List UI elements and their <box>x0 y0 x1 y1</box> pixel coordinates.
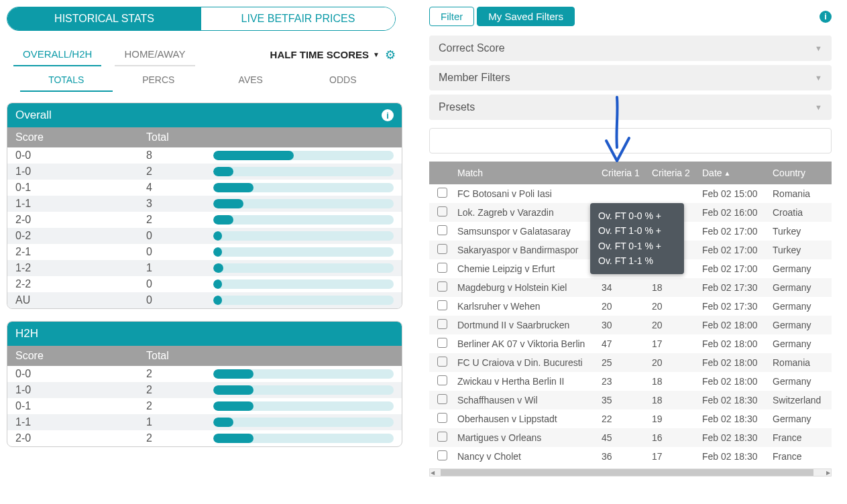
score-label: 2-0 <box>15 432 146 444</box>
accordion-member-filters[interactable]: Member Filters▼ <box>429 65 832 90</box>
score-bar-fill <box>213 385 253 395</box>
cell-date: Feb 02 18:00 <box>699 336 770 351</box>
score-bar-fill <box>213 418 233 427</box>
cell-country: Germany <box>770 318 826 332</box>
cell-match: Berliner AK 07 v Viktoria Berlin <box>455 336 599 351</box>
tab-half-time-scores[interactable]: HALF TIME SCORES ▼ <box>270 49 380 60</box>
cell-criteria1: 35 <box>599 393 649 407</box>
cell-criteria1: 20 <box>599 299 649 314</box>
scroll-right-icon[interactable]: ▶ <box>826 470 831 476</box>
score-label: 1-1 <box>15 416 146 428</box>
score-bar-track <box>213 263 394 273</box>
row-checkbox[interactable] <box>437 281 447 292</box>
tab-overall-h2h[interactable]: OVERALL/H2H <box>13 43 101 66</box>
row-checkbox[interactable] <box>437 225 447 235</box>
score-bar-fill <box>213 369 253 379</box>
score-row: 2-20 <box>7 276 402 292</box>
accordion-presets[interactable]: Presets▼ <box>429 94 832 120</box>
horizontal-scrollbar[interactable]: ◀ ▶ <box>429 468 832 477</box>
score-total: 0 <box>146 246 213 258</box>
criteria-tooltip: Ov. FT 0-0 % +Ov. FT 1-0 % +Ov. FT 0-1 %… <box>590 203 684 274</box>
cell-match: Magdeburg v Holstein Kiel <box>455 280 599 295</box>
cell-country: France <box>770 449 826 464</box>
cell-criteria1: 34 <box>599 280 649 295</box>
row-checkbox[interactable] <box>437 357 447 367</box>
cell-date: Feb 02 15:00 <box>699 186 770 201</box>
historical-stats-tab[interactable]: HISTORICAL STATS <box>7 7 201 30</box>
cell-country: Germany <box>770 336 826 351</box>
col-date[interactable]: Date ▲ <box>699 166 770 180</box>
score-row: 1-02 <box>7 382 402 398</box>
cell-match: Chemie Leipzig v Erfurt <box>455 261 599 276</box>
table-row: Karlsruher v Wehen2020Feb 02 17:30German… <box>429 297 832 316</box>
score-row: 0-20 <box>7 228 402 244</box>
score-label: 0-1 <box>15 400 146 412</box>
col-match[interactable]: Match <box>455 166 599 180</box>
tab-home-away[interactable]: HOME/AWAY <box>115 43 194 66</box>
score-label: 1-0 <box>15 166 146 178</box>
saved-filters-button[interactable]: My Saved Filters <box>477 7 575 26</box>
score-row: 2-02 <box>7 212 402 228</box>
score-bar-track <box>213 279 394 289</box>
scroll-left-icon[interactable]: ◀ <box>430 470 435 476</box>
filter-button[interactable]: Filter <box>429 7 474 26</box>
tab-totals[interactable]: TOTALS <box>20 69 113 92</box>
score-bar-track <box>213 231 394 241</box>
row-checkbox[interactable] <box>437 244 447 254</box>
score-label: 2-0 <box>15 214 146 226</box>
tooltip-line: Ov. FT 0-1 % + <box>598 239 676 253</box>
score-row: AU0 <box>7 292 402 308</box>
metric-tabs: TOTALS PERCS AVES ODDS <box>7 69 402 92</box>
cell-criteria1: 36 <box>599 449 649 464</box>
h2h-title: H2H <box>15 327 38 340</box>
tab-odds[interactable]: ODDS <box>297 69 390 92</box>
info-icon[interactable]: i <box>382 109 394 121</box>
gear-icon[interactable]: ⚙ <box>385 48 396 62</box>
cell-criteria2: 16 <box>649 430 699 445</box>
scrollbar-thumb[interactable] <box>441 469 813 476</box>
score-total: 0 <box>146 294 213 306</box>
score-bar-track <box>213 183 394 192</box>
score-row: 1-11 <box>7 414 402 430</box>
col-criteria2[interactable]: Criteria 2 <box>649 166 699 180</box>
filter-text-input[interactable] <box>429 128 832 153</box>
score-row: 1-21 <box>7 260 402 276</box>
table-row: Nancy v Cholet3617Feb 02 18:30France <box>429 447 832 466</box>
row-checkbox[interactable] <box>437 394 447 404</box>
cell-country: Germany <box>770 374 826 389</box>
cell-criteria2: 20 <box>649 318 699 332</box>
score-bar-fill <box>213 279 222 289</box>
tab-aves[interactable]: AVES <box>205 69 297 92</box>
score-row: 1-13 <box>7 196 402 212</box>
row-checkbox[interactable] <box>437 319 447 329</box>
row-checkbox[interactable] <box>437 188 447 198</box>
row-checkbox[interactable] <box>437 432 447 442</box>
score-label: 0-1 <box>15 182 146 194</box>
score-bar-fill <box>213 434 253 443</box>
cell-match: Schaffhausen v Wil <box>455 393 599 407</box>
row-checkbox[interactable] <box>437 300 447 310</box>
category-tabs: OVERALL/H2H HOME/AWAY HALF TIME SCORES ▼… <box>7 43 402 66</box>
score-label: 1-0 <box>15 384 146 396</box>
col-criteria1[interactable]: Criteria 1 <box>599 166 649 180</box>
cell-date: Feb 02 18:00 <box>699 318 770 332</box>
live-betfair-prices-tab[interactable]: LIVE BETFAIR PRICES <box>201 7 395 30</box>
score-bar-track <box>213 418 394 427</box>
cell-match: Samsunspor v Galatasaray <box>455 224 599 239</box>
table-row: FC U Craiova v Din. Bucuresti2520Feb 02 … <box>429 353 832 372</box>
row-checkbox[interactable] <box>437 450 447 460</box>
row-checkbox[interactable] <box>437 413 447 423</box>
score-bar-track <box>213 151 394 160</box>
info-icon[interactable]: i <box>820 11 832 23</box>
row-checkbox[interactable] <box>437 263 447 273</box>
col-score: Score <box>15 131 146 143</box>
accordion-correct-score[interactable]: Correct Score▼ <box>429 36 832 61</box>
row-checkbox[interactable] <box>437 338 447 348</box>
row-checkbox[interactable] <box>437 375 447 385</box>
date-label: Date <box>702 168 722 178</box>
cell-match: Lok. Zagreb v Varazdin <box>455 205 599 220</box>
tab-percs[interactable]: PERCS <box>113 69 205 92</box>
col-total: Total <box>146 350 213 362</box>
col-country[interactable]: Country <box>770 166 826 180</box>
row-checkbox[interactable] <box>437 206 447 216</box>
